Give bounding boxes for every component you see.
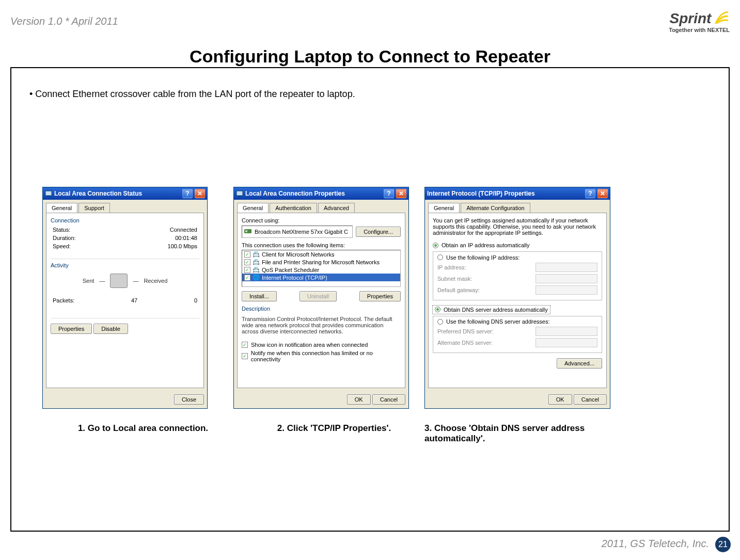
checkbox-icon[interactable]: ✓ [244,259,250,265]
close-icon[interactable]: ✕ [597,189,608,198]
title-text: Local Area Connection Properties [245,190,382,197]
titlebar: Internet Protocol (TCP/IP) Properties ? … [425,187,610,200]
connection-icon [236,190,243,197]
section-connection: Connection [51,217,199,226]
connect-using-label: Connect using: [242,217,401,223]
brand-name: Sprint [669,10,711,27]
close-button[interactable]: Close [174,394,204,405]
tab-advanced[interactable]: Advanced [318,203,355,213]
tab-general[interactable]: General [237,203,269,213]
speed-label: Speed: [53,243,71,249]
page-number: 21 [715,537,731,552]
alternate-dns-field [536,338,597,347]
svg-rect-2 [237,191,243,196]
svg-rect-5 [245,230,247,232]
items-label: This connection uses the following items… [242,242,401,248]
help-button[interactable]: ? [384,189,394,198]
help-button[interactable]: ? [585,189,595,198]
disable-button[interactable]: Disable [93,324,128,334]
gateway-label: Default gateway: [437,287,480,293]
step-3-caption: 3. Choose 'Obtain DNS server address aut… [424,423,616,444]
properties-button[interactable]: Properties [359,291,401,301]
brand-tagline: Together with NEXTEL [669,27,730,33]
list-item-tcpip: ✓🌐Internet Protocol (TCP/IP) [242,274,400,281]
svg-rect-1 [47,196,50,197]
section-activity: Activity [51,262,199,270]
description-text: Transmission Control Protocol/Internet P… [242,314,401,337]
show-icon-checkbox-label: Show icon in notification area when conn… [251,342,368,348]
list-item: ✓📇Client for Microsoft Networks [242,250,400,258]
svg-rect-3 [238,196,241,197]
activity-diagram: Sent — — Received [51,270,199,291]
packets-sent: 47 [131,297,137,303]
radio-obtain-ip[interactable]: Obtain an IP address automatically [433,241,602,249]
ok-button[interactable]: OK [347,394,371,405]
dialog-tcpip-properties: Internet Protocol (TCP/IP) Properties ? … [424,187,610,409]
page-title: Configuring Laptop to Connect to Repeate… [0,46,740,67]
dialog-connection-status: Local Area Connection Status ? ✕ General… [42,187,208,409]
footer-copyright: 2011, GS Teletech, Inc. [602,538,709,550]
brand-logo: Sprint Together with NEXTEL [669,10,730,33]
install-button[interactable]: Install... [242,291,277,301]
subnet-label: Subnet mask: [437,276,472,282]
titlebar: Local Area Connection Properties ? ✕ [234,187,408,200]
radio-use-dns[interactable]: Use the following DNS server addresses: [437,317,550,326]
tab-authentication[interactable]: Authentication [270,203,317,213]
adapter-name: Broadcom NetXtreme 57xx Gigabit C [255,229,348,235]
connection-icon [45,190,52,197]
properties-button[interactable]: Properties [51,324,92,334]
checkbox-icon[interactable]: ✓ [244,275,250,281]
intro-text: You can get IP settings assigned automat… [433,217,602,236]
duration-value: 00:01:48 [175,235,197,241]
step-2-caption: 2. Click 'TCP/IP Properties'. [239,423,430,434]
uninstall-button[interactable]: Uninstall [300,291,337,301]
sent-label: Sent [83,278,95,284]
close-icon[interactable]: ✕ [396,189,406,198]
version-text: Version 1.0 * April 2011 [10,15,118,27]
svg-rect-0 [45,191,52,196]
ok-button[interactable]: OK [548,394,572,405]
speed-value: 100.0 Mbps [168,243,197,249]
checkbox-icon[interactable]: ✓ [242,353,248,359]
cancel-button[interactable]: Cancel [574,394,607,405]
computers-icon [110,274,128,288]
preferred-dns-label: Preferred DNS server: [437,328,494,334]
status-value: Connected [170,227,197,233]
checkbox-icon[interactable]: ✓ [244,251,250,258]
description-label: Description [242,306,401,314]
ip-address-field [536,263,597,272]
radio-use-ip[interactable]: Use the following IP address: [437,253,519,262]
help-button[interactable]: ? [182,189,193,198]
checkbox-icon[interactable]: ✓ [244,267,250,273]
gateway-field [536,285,597,295]
brand-fan-icon [714,10,729,27]
ip-address-label: IP address: [437,264,466,270]
subnet-field [536,274,597,283]
intro-bullet: • Connect Ethernet crossover cable from … [29,89,355,100]
notify-checkbox-label: Notify me when this connection has limit… [251,350,401,362]
tab-general[interactable]: General [428,203,460,213]
cancel-button[interactable]: Cancel [372,394,405,405]
tab-support[interactable]: Support [78,203,110,213]
packets-received: 0 [194,297,197,303]
advanced-button[interactable]: Advanced... [557,358,602,369]
list-item: ✓📇QoS Packet Scheduler [242,266,400,274]
nic-icon [244,228,251,235]
alternate-dns-label: Alternate DNS server: [437,340,493,346]
tab-general[interactable]: General [46,203,77,213]
list-item: ✓📇File and Printer Sharing for Microsoft… [242,258,400,266]
title-text: Internet Protocol (TCP/IP) Properties [427,190,583,197]
received-label: Received [144,278,167,284]
preferred-dns-field [536,327,597,336]
configure-button[interactable]: Configure... [356,227,401,237]
status-label: Status: [53,227,70,233]
radio-obtain-dns[interactable]: Obtain DNS server address automatically [433,306,550,314]
checkbox-icon[interactable]: ✓ [242,342,248,348]
content-frame: • Connect Ethernet crossover cable from … [10,67,730,532]
tab-alternate[interactable]: Alternate Configuration [461,203,530,213]
dialog-connection-properties: Local Area Connection Properties ? ✕ Gen… [233,187,409,409]
packets-label: Packets: [53,297,74,303]
title-text: Local Area Connection Status [54,190,180,197]
close-icon[interactable]: ✕ [195,189,205,198]
items-listbox[interactable]: ✓📇Client for Microsoft Networks ✓📇File a… [242,250,401,287]
